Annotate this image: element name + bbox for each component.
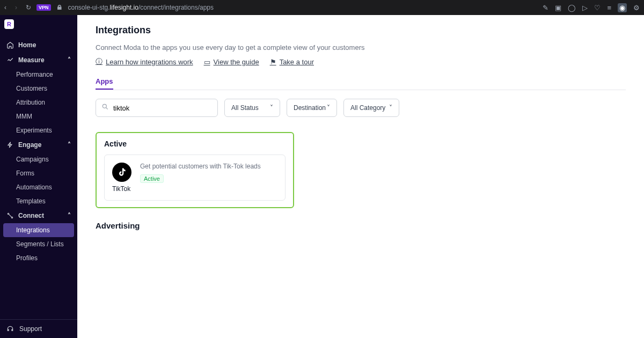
logo-row: R [0,15,77,33]
filter-status[interactable]: All Status ˅ [224,99,280,117]
page-subtitle: Connect Moda to the apps you use every d… [96,43,626,52]
home-label: Home [18,41,36,49]
sidebar-item-integrations[interactable]: Integrations [3,223,74,237]
chevron-up-icon: ˄ [68,141,71,149]
tiktok-icon [112,163,131,182]
back-icon[interactable]: ‹ [4,4,6,11]
svg-point-0 [8,213,9,214]
settings-icon[interactable]: ⚙︎ [633,4,640,12]
sidebar-item-profiles[interactable]: Profiles [0,251,77,265]
sidebar-support[interactable]: Support [0,319,77,338]
link-tour[interactable]: ⚑Take a tour [270,58,314,66]
active-section-title: Active [104,139,286,148]
integration-card-tiktok[interactable]: TikTok Get potential customers with Tik-… [104,155,286,201]
profile-icon[interactable]: ◉ [618,3,627,12]
link-guide-label: View the guide [214,58,259,66]
svg-point-1 [11,217,12,218]
card-name: TikTok [112,185,131,193]
filter-category[interactable]: All Category ˅ [343,99,399,117]
svg-point-2 [103,104,106,108]
advertising-title: Advertising [96,221,626,230]
filter-bar: All Status ˅ Destination ˅ All Category … [96,99,626,117]
card-desc: Get potential customers with Tik-Tok lea… [140,163,261,170]
sidebar-item-segments[interactable]: Segments / Lists [0,237,77,251]
url-path: /connect/integrations/apps [138,4,214,11]
reload-icon[interactable]: ↻ [26,4,31,11]
vpn-badge: VPN [36,4,51,11]
sidebar-item-mmm[interactable]: MMM [0,109,77,123]
support-label: Support [19,325,42,333]
sidebar-item-campaigns[interactable]: Campaigns [0,152,77,166]
tabs: Apps [96,74,626,90]
active-section: Active TikTok Get potential customers wi… [96,132,294,208]
play-circle-icon: ⓘ [96,57,103,67]
sidebar-item-customers[interactable]: Customers [0,82,77,95]
engage-icon [6,141,14,149]
measure-label: Measure [18,56,45,64]
heart-icon[interactable]: ♡ [594,4,601,12]
book-icon: ▭ [204,58,210,66]
advertising-section: Advertising [96,221,626,230]
sidebar-section-connect[interactable]: Connect ˄ [0,208,77,223]
filter-status-label: All Status [231,104,259,112]
engage-label: Engage [18,141,41,149]
sidebar-item-home[interactable]: Home [0,38,77,53]
sidebar-section-engage[interactable]: Engage ˄ [0,137,77,152]
link-learn[interactable]: ⓘLearn how integrations work [96,57,193,67]
chevron-up-icon: ˄ [68,212,71,219]
forward-icon[interactable]: › [15,4,17,11]
menu-icon[interactable]: ≡ [607,4,611,12]
home-icon [6,41,14,49]
url-bar[interactable]: console-ui-stg.lifesight.io/connect/inte… [68,4,538,11]
filter-category-label: All Category [350,104,385,112]
sidebar-section-measure[interactable]: Measure ˄ [0,53,77,68]
chevron-down-icon: ˅ [327,104,330,112]
browser-right-icons: ✎ ▣ ◯ ▷ ♡ ≡ ◉ ⚙︎ [543,3,640,12]
sidebar: R Home Measure ˄ Performance Customers A… [0,15,77,338]
play-icon[interactable]: ▷ [582,4,588,12]
search-box[interactable] [96,99,218,117]
help-links: ⓘLearn how integrations work ▭View the g… [96,57,626,67]
connect-icon [6,212,14,219]
flag-icon: ⚑ [270,58,276,66]
link-learn-label: Learn how integrations work [106,58,193,66]
sidebar-item-attribution[interactable]: Attribution [0,95,77,109]
search-icon [101,103,109,113]
search-input[interactable] [113,104,212,112]
sidebar-item-templates[interactable]: Templates [0,194,77,208]
chevron-up-icon: ˄ [68,56,71,64]
logo[interactable]: R [4,19,14,29]
filter-destination[interactable]: Destination ˅ [287,99,337,117]
url-prefix: console-ui-stg. [68,4,110,11]
edit-icon[interactable]: ✎ [543,4,548,12]
link-guide[interactable]: ▭View the guide [204,58,259,66]
measure-icon [6,56,14,64]
lock-icon: 🔒︎ [56,4,63,11]
sidebar-item-automations[interactable]: Automations [0,180,77,194]
page-title: Integrations [96,25,626,36]
browser-nav-icons: ‹ › ↻ [4,4,31,11]
tab-apps[interactable]: Apps [96,74,113,90]
headset-icon [6,325,14,333]
card-body: Get potential customers with Tik-Tok lea… [140,163,261,183]
chevron-down-icon: ˅ [389,104,392,112]
shield-icon[interactable]: ◯ [568,4,576,12]
sidebar-item-experiments[interactable]: Experiments [0,123,77,137]
url-domain: lifesight.io [110,4,138,11]
camera-icon[interactable]: ▣ [555,4,561,12]
sidebar-item-performance[interactable]: Performance [0,68,77,82]
connect-label: Connect [18,212,44,219]
chevron-down-icon: ˅ [270,104,273,112]
sidebar-item-forms[interactable]: Forms [0,166,77,180]
sidebar-nav: Home Measure ˄ Performance Customers Att… [0,33,77,319]
card-status-badge: Active [140,174,164,183]
browser-bar: ‹ › ↻ VPN 🔒︎ console-ui-stg.lifesight.io… [0,0,644,15]
main-content: Integrations Connect Moda to the apps yo… [77,15,644,338]
link-tour-label: Take a tour [280,58,314,66]
filter-destination-label: Destination [294,104,326,112]
